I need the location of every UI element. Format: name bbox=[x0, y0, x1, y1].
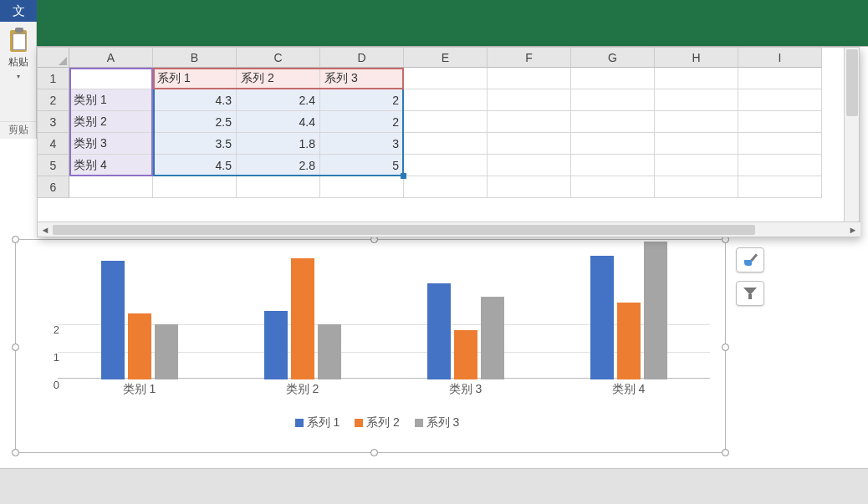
cell-G1[interactable] bbox=[571, 68, 655, 89]
cell-D2[interactable]: 2 bbox=[320, 89, 404, 111]
cell-A4[interactable]: 类别 3 bbox=[69, 133, 153, 155]
column-header-C[interactable]: C bbox=[237, 48, 320, 68]
cell-G5[interactable] bbox=[571, 155, 655, 176]
cell-C5[interactable]: 2.8 bbox=[237, 155, 320, 176]
column-header-G[interactable]: G bbox=[571, 48, 655, 68]
cell-H5[interactable] bbox=[655, 155, 738, 176]
column-header-A[interactable]: A bbox=[69, 48, 153, 68]
cell-H4[interactable] bbox=[655, 133, 738, 155]
cell-G4[interactable] bbox=[571, 133, 655, 155]
column-header-D[interactable]: D bbox=[320, 48, 404, 68]
horizontal-scroll-track[interactable] bbox=[53, 224, 845, 236]
cell-B4[interactable]: 3.5 bbox=[153, 133, 237, 155]
bar[interactable] bbox=[481, 297, 504, 379]
cell-D4[interactable]: 3 bbox=[320, 133, 404, 155]
cell-C2[interactable]: 2.4 bbox=[237, 89, 320, 111]
cell-A6[interactable] bbox=[69, 176, 153, 198]
bar[interactable] bbox=[128, 313, 151, 379]
horizontal-scroll-thumb[interactable] bbox=[53, 225, 755, 235]
cell-E2[interactable] bbox=[404, 89, 488, 111]
bar[interactable] bbox=[318, 324, 341, 379]
cell-F2[interactable] bbox=[488, 89, 571, 111]
cell-B3[interactable]: 2.5 bbox=[153, 111, 237, 133]
cell-F3[interactable] bbox=[488, 111, 571, 133]
bar[interactable] bbox=[101, 261, 125, 379]
cell-F5[interactable] bbox=[488, 155, 571, 176]
vertical-scroll-thumb[interactable] bbox=[846, 49, 858, 116]
cell-I1[interactable] bbox=[738, 68, 822, 89]
chart-styles-button[interactable] bbox=[736, 247, 764, 272]
cell-I2[interactable] bbox=[738, 89, 822, 111]
bar[interactable] bbox=[617, 303, 641, 379]
cell-E5[interactable] bbox=[404, 155, 488, 176]
column-header-H[interactable]: H bbox=[655, 48, 738, 68]
row-header-2[interactable]: 2 bbox=[38, 89, 69, 111]
cell-A5[interactable]: 类别 4 bbox=[69, 155, 153, 176]
cell-A2[interactable]: 类别 1 bbox=[69, 89, 153, 111]
plot-area[interactable] bbox=[58, 242, 710, 379]
resize-handle-s[interactable] bbox=[370, 449, 378, 456]
bar[interactable] bbox=[644, 242, 667, 379]
cell-G3[interactable] bbox=[571, 111, 655, 133]
bar[interactable] bbox=[427, 283, 451, 380]
file-tab[interactable]: 文 bbox=[0, 0, 37, 22]
cell-I4[interactable] bbox=[738, 133, 822, 155]
cell-A3[interactable]: 类别 2 bbox=[69, 111, 153, 133]
cell-I3[interactable] bbox=[738, 111, 822, 133]
bar[interactable] bbox=[264, 311, 288, 380]
resize-handle-se[interactable] bbox=[722, 449, 729, 456]
cell-H3[interactable] bbox=[655, 111, 738, 133]
cell-D5[interactable]: 5 bbox=[320, 155, 404, 176]
cell-D1[interactable]: 系列 3 bbox=[320, 68, 404, 89]
bar[interactable] bbox=[155, 324, 178, 379]
resize-handle-sw[interactable] bbox=[12, 449, 19, 456]
cell-A1[interactable] bbox=[69, 68, 153, 89]
cell-F4[interactable] bbox=[488, 133, 571, 155]
cell-D3[interactable]: 2 bbox=[320, 111, 404, 133]
bar[interactable] bbox=[590, 256, 614, 380]
column-header-E[interactable]: E bbox=[404, 48, 488, 68]
cell-E4[interactable] bbox=[404, 133, 488, 155]
cell-E1[interactable] bbox=[404, 68, 488, 89]
row-header-1[interactable]: 1 bbox=[38, 68, 69, 89]
cell-I6[interactable] bbox=[738, 176, 822, 198]
bar[interactable] bbox=[454, 330, 477, 379]
column-header-B[interactable]: B bbox=[153, 48, 237, 68]
cell-H6[interactable] bbox=[655, 176, 738, 198]
cell-grid[interactable]: 系列 1系列 2系列 3类别 14.32.42类别 22.54.42类别 33.… bbox=[69, 68, 822, 198]
cell-H2[interactable] bbox=[655, 89, 738, 111]
row-header-4[interactable]: 4 bbox=[38, 133, 69, 155]
cell-G6[interactable] bbox=[571, 176, 655, 198]
cell-C6[interactable] bbox=[237, 176, 320, 198]
chart-filter-button[interactable] bbox=[736, 281, 764, 306]
resize-handle-e[interactable] bbox=[722, 344, 729, 351]
cell-C3[interactable]: 4.4 bbox=[237, 111, 320, 133]
cell-B2[interactable]: 4.3 bbox=[153, 89, 237, 111]
chart-data-sheet[interactable]: ABCDEFGHI 123456 系列 1系列 2系列 3类别 14.32.42… bbox=[37, 47, 860, 237]
paste-dropdown-icon[interactable]: ▾ bbox=[17, 73, 20, 80]
row-header-5[interactable]: 5 bbox=[38, 155, 69, 176]
row-header-3[interactable]: 3 bbox=[38, 111, 69, 133]
chart-object[interactable]: 012 类别 1类别 2类别 3类别 4 系列 1 系列 2 系列 3 bbox=[15, 239, 726, 453]
cell-E6[interactable] bbox=[404, 176, 488, 198]
column-header-F[interactable]: F bbox=[488, 48, 571, 68]
cell-F1[interactable] bbox=[488, 68, 571, 89]
cell-G2[interactable] bbox=[571, 89, 655, 111]
cell-B1[interactable]: 系列 1 bbox=[153, 68, 237, 89]
scroll-left-icon[interactable]: ◄ bbox=[38, 222, 53, 237]
scroll-right-icon[interactable]: ► bbox=[845, 222, 860, 237]
paste-icon[interactable] bbox=[8, 27, 29, 53]
horizontal-scrollbar[interactable]: ◄ ► bbox=[38, 221, 860, 237]
row-header-6[interactable]: 6 bbox=[38, 176, 69, 198]
resize-handle-w[interactable] bbox=[12, 344, 19, 351]
range-drag-handle[interactable] bbox=[401, 173, 406, 179]
bar[interactable] bbox=[291, 258, 314, 379]
cell-E3[interactable] bbox=[404, 111, 488, 133]
paste-label[interactable]: 粘贴 bbox=[0, 55, 36, 69]
cell-B6[interactable] bbox=[153, 176, 237, 198]
cell-C4[interactable]: 1.8 bbox=[237, 133, 320, 155]
cell-D6[interactable] bbox=[320, 176, 404, 198]
cell-B5[interactable]: 4.5 bbox=[153, 155, 237, 176]
vertical-scrollbar[interactable] bbox=[844, 48, 859, 223]
cell-H1[interactable] bbox=[655, 68, 738, 89]
